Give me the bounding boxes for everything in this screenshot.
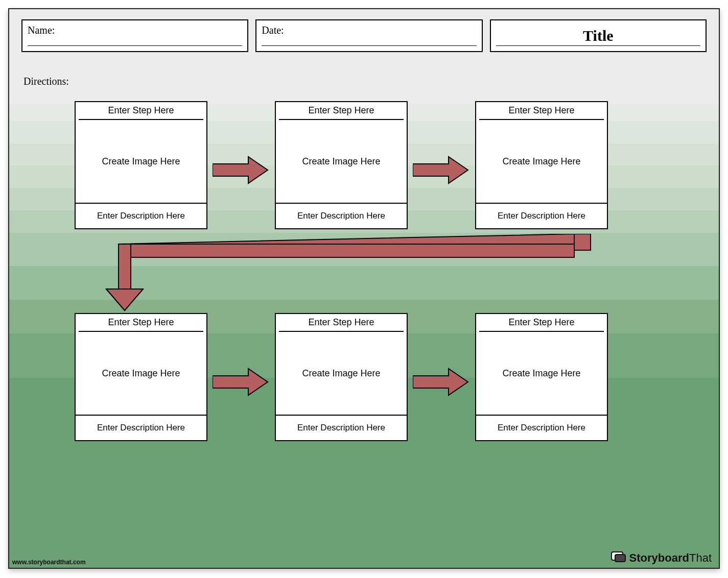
arrow-right-icon: [413, 367, 470, 397]
step-card-6[interactable]: Enter Step Here Create Image Here Enter …: [475, 313, 608, 441]
step-card-3[interactable]: Enter Step Here Create Image Here Enter …: [475, 101, 608, 229]
brand-logo: StoryboardThat: [611, 551, 712, 565]
image-area[interactable]: Create Image Here: [479, 123, 604, 200]
arrow-snake-icon: [105, 234, 596, 314]
svg-marker-0: [213, 157, 268, 183]
header-row: Name: Date: Title: [21, 19, 707, 52]
svg-rect-5: [119, 244, 131, 290]
brand-text-2: That: [689, 551, 712, 565]
step-title[interactable]: Enter Step Here: [276, 102, 407, 119]
step-card-1[interactable]: Enter Step Here Create Image Here Enter …: [75, 101, 207, 229]
image-area[interactable]: Create Image Here: [279, 123, 404, 200]
svg-rect-2: [119, 244, 574, 257]
divider: [279, 119, 404, 120]
svg-marker-1: [413, 157, 468, 183]
description-area[interactable]: Enter Description Here: [76, 203, 206, 228]
svg-marker-8: [413, 369, 468, 395]
svg-marker-6: [106, 289, 143, 310]
description-area[interactable]: Enter Description Here: [276, 203, 407, 228]
date-underline: [262, 45, 476, 46]
brand-text-1: Storyboard: [629, 551, 689, 565]
title-text: Title: [583, 27, 613, 44]
name-label: Name:: [28, 25, 55, 36]
divider: [79, 331, 203, 332]
title-field[interactable]: Title: [490, 19, 707, 52]
step-title[interactable]: Enter Step Here: [76, 314, 206, 331]
svg-rect-4: [574, 234, 591, 250]
speech-bubble-icon: [611, 551, 626, 565]
svg-rect-10: [615, 555, 625, 562]
date-field[interactable]: Date:: [255, 19, 482, 52]
step-title[interactable]: Enter Step Here: [276, 314, 407, 331]
step-card-2[interactable]: Enter Step Here Create Image Here Enter …: [275, 101, 408, 229]
divider: [479, 331, 604, 332]
image-area[interactable]: Create Image Here: [279, 335, 404, 412]
worksheet-page: Name: Date: Title Directions: Enter Step…: [8, 8, 720, 569]
name-underline: [28, 45, 242, 46]
title-underline: [496, 45, 700, 46]
name-field[interactable]: Name:: [21, 19, 248, 52]
image-area[interactable]: Create Image Here: [79, 123, 203, 200]
arrow-right-icon: [413, 155, 470, 185]
divider: [279, 331, 404, 332]
step-title[interactable]: Enter Step Here: [476, 314, 607, 331]
step-title[interactable]: Enter Step Here: [476, 102, 607, 119]
description-area[interactable]: Enter Description Here: [476, 203, 607, 228]
divider: [479, 119, 604, 120]
description-area[interactable]: Enter Description Here: [76, 415, 206, 440]
svg-marker-7: [213, 369, 268, 395]
arrow-right-icon: [213, 155, 270, 185]
divider: [79, 119, 203, 120]
step-title[interactable]: Enter Step Here: [76, 102, 206, 119]
footer-url: www.storyboardthat.com: [12, 559, 86, 566]
date-label: Date:: [262, 25, 284, 36]
description-area[interactable]: Enter Description Here: [276, 415, 407, 440]
step-card-5[interactable]: Enter Step Here Create Image Here Enter …: [275, 313, 408, 441]
arrow-right-icon: [213, 367, 270, 397]
description-area[interactable]: Enter Description Here: [476, 415, 607, 440]
step-card-4[interactable]: Enter Step Here Create Image Here Enter …: [75, 313, 207, 441]
image-area[interactable]: Create Image Here: [79, 335, 203, 412]
image-area[interactable]: Create Image Here: [479, 335, 604, 412]
directions-label: Directions:: [24, 76, 69, 87]
